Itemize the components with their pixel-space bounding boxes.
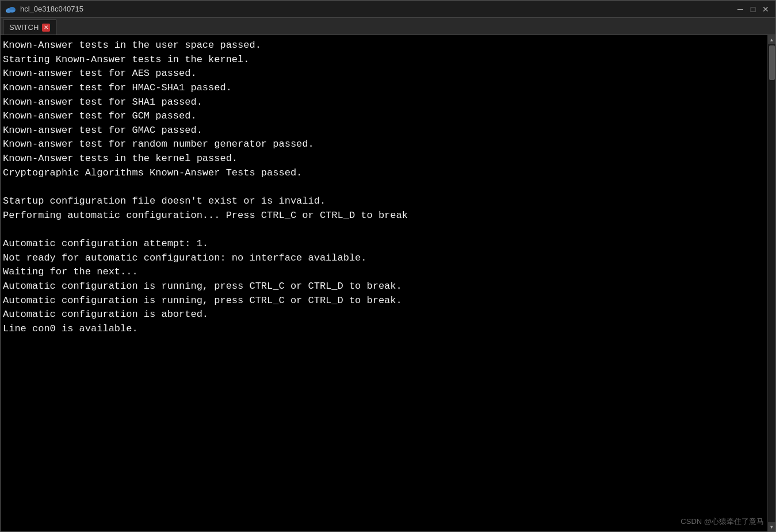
- scroll-down-arrow[interactable]: ▼: [768, 522, 776, 531]
- title-bar-controls: ─ □ ✕: [735, 4, 771, 14]
- maximize-button[interactable]: □: [748, 4, 758, 14]
- title-bar-left: hcl_0e318c040715: [5, 5, 83, 14]
- app-icon: [5, 5, 17, 14]
- tab-close-button[interactable]: ✕: [42, 24, 50, 32]
- tab-label: SWITCH: [9, 23, 39, 32]
- watermark: CSDN @心猿牵住了意马: [681, 516, 764, 527]
- scrollbar-thumb[interactable]: [769, 45, 775, 80]
- close-button[interactable]: ✕: [760, 4, 771, 14]
- title-bar: hcl_0e318c040715 ─ □ ✕: [1, 1, 775, 18]
- terminal-output: Known-Answer tests in the user space pas…: [1, 35, 767, 531]
- main-window: hcl_0e318c040715 ─ □ ✕ SWITCH ✕ Known-An…: [0, 0, 776, 532]
- cloud-icon: [5, 5, 17, 14]
- tab-bar: SWITCH ✕: [1, 18, 775, 35]
- scrollbar[interactable]: ▲ ▼: [767, 35, 775, 531]
- scroll-up-arrow[interactable]: ▲: [768, 35, 776, 44]
- switch-tab[interactable]: SWITCH ✕: [3, 20, 56, 35]
- scrollbar-track[interactable]: [768, 44, 775, 522]
- terminal-area[interactable]: Known-Answer tests in the user space pas…: [1, 35, 775, 531]
- minimize-button[interactable]: ─: [735, 4, 746, 14]
- window-title: hcl_0e318c040715: [20, 5, 83, 13]
- svg-rect-3: [7, 10, 15, 12]
